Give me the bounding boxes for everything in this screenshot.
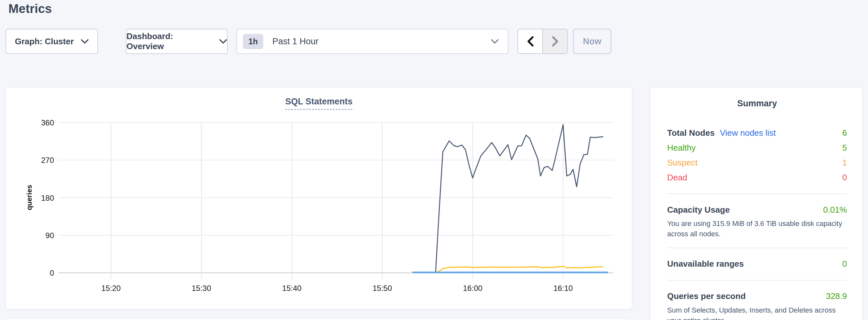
- suspect-nodes-row: Suspect 1: [667, 155, 847, 170]
- svg-text:16:10: 16:10: [553, 284, 573, 292]
- page-title: Metrics: [8, 2, 52, 16]
- time-window-selector[interactable]: 1h Past 1 Hour: [237, 29, 508, 54]
- svg-text:16:00: 16:00: [463, 284, 483, 292]
- svg-text:15:50: 15:50: [373, 284, 392, 292]
- sql-statements-chart-card: SQL Statements queries 15:2015:3015:4015…: [5, 87, 632, 309]
- sql-statements-plot[interactable]: 15:2015:3015:4015:5016:0016:100901802703…: [6, 88, 632, 310]
- dead-label: Dead: [667, 172, 687, 183]
- dead-value: 0: [842, 172, 847, 183]
- svg-text:15:30: 15:30: [192, 284, 211, 292]
- graph-scope-label: Graph: Cluster: [15, 36, 74, 46]
- unavailable-ranges-value: 0: [842, 259, 847, 269]
- chevron-down-icon: [491, 39, 499, 44]
- divider: [667, 280, 847, 281]
- capacity-usage-label: Capacity Usage: [667, 205, 730, 215]
- healthy-label: Healthy: [667, 143, 695, 153]
- healthy-nodes-row: Healthy 5: [667, 140, 847, 155]
- metrics-page: { "page": { "title": "Metrics" }, "contr…: [0, 0, 868, 320]
- capacity-usage-row: Capacity Usage 0.01%: [667, 202, 847, 217]
- divider: [667, 248, 847, 248]
- total-nodes-row: Total Nodes View nodes list 6: [667, 125, 847, 140]
- svg-text:360: 360: [41, 118, 54, 127]
- svg-text:15:40: 15:40: [282, 284, 301, 292]
- next-window-button-disabled[interactable]: [542, 29, 567, 53]
- previous-window-button[interactable]: [518, 29, 542, 53]
- total-nodes-value: 6: [842, 128, 847, 138]
- chevron-down-icon: [219, 39, 227, 44]
- chevron-left-icon: [526, 36, 534, 47]
- queries-per-second-value: 328.9: [826, 291, 847, 301]
- chevron-down-icon: [81, 39, 89, 44]
- time-window-pager: [518, 29, 568, 54]
- svg-text:270: 270: [41, 156, 54, 164]
- view-nodes-list-link[interactable]: View nodes list: [720, 128, 776, 138]
- summary-panel: Summary Total Nodes View nodes list 6 He…: [650, 87, 863, 320]
- capacity-usage-description: You are using 315.9 MiB of 3.6 TiB usabl…: [667, 219, 843, 239]
- capacity-usage-value: 0.01%: [823, 205, 847, 215]
- metrics-controls: Graph: Cluster Dashboard: Overview 1h Pa…: [5, 29, 611, 54]
- time-window-label: Past 1 Hour: [272, 36, 318, 46]
- chevron-right-icon: [551, 36, 559, 47]
- svg-text:15:20: 15:20: [101, 284, 121, 292]
- queries-per-second-description: Sum of Selects, Updates, Inserts, and De…: [667, 305, 843, 320]
- now-button[interactable]: Now: [573, 29, 611, 54]
- graph-scope-dropdown[interactable]: Graph: Cluster: [5, 29, 98, 54]
- dashboard-dropdown[interactable]: Dashboard: Overview: [126, 29, 228, 54]
- divider: [667, 193, 847, 194]
- total-nodes-label: Total Nodes: [667, 128, 715, 138]
- time-window-badge: 1h: [243, 34, 263, 49]
- svg-text:180: 180: [41, 194, 54, 202]
- dead-nodes-row: Dead 0: [667, 170, 847, 185]
- suspect-label: Suspect: [667, 158, 698, 168]
- svg-text:90: 90: [45, 231, 54, 240]
- healthy-value: 5: [842, 143, 847, 153]
- dashboard-label: Dashboard: Overview: [126, 31, 212, 52]
- suspect-value: 1: [842, 158, 847, 168]
- svg-text:0: 0: [50, 268, 54, 277]
- summary-title: Summary: [667, 99, 847, 108]
- unavailable-ranges-row: Unavailable ranges 0: [667, 257, 847, 271]
- unavailable-ranges-label: Unavailable ranges: [667, 259, 744, 269]
- next-chart-card: [5, 319, 632, 320]
- queries-per-second-row: Queries per second 328.9: [667, 289, 847, 304]
- queries-per-second-label: Queries per second: [667, 291, 746, 301]
